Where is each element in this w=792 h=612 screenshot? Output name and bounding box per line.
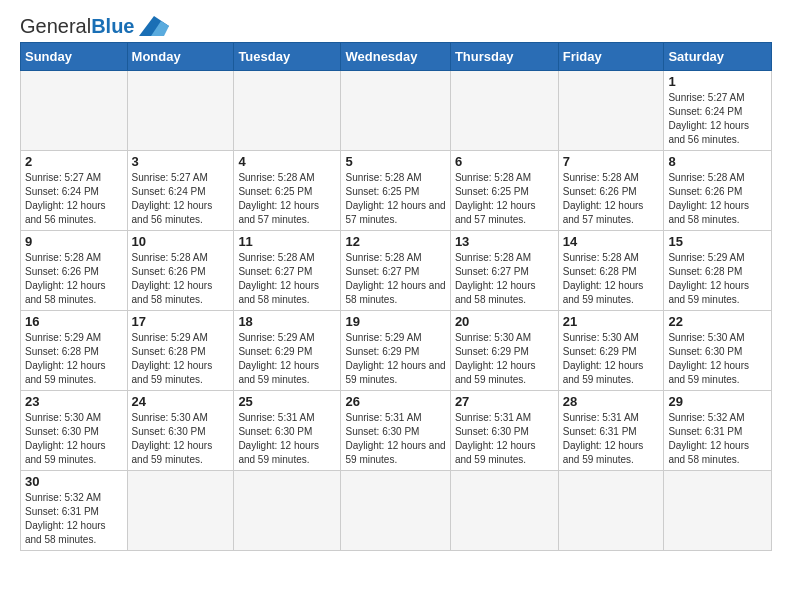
day-info: Sunrise: 5:28 AM Sunset: 6:27 PM Dayligh…	[345, 251, 445, 307]
day-cell	[341, 471, 450, 551]
day-cell: 26Sunrise: 5:31 AM Sunset: 6:30 PM Dayli…	[341, 391, 450, 471]
day-number: 2	[25, 154, 123, 169]
day-cell	[127, 71, 234, 151]
day-info: Sunrise: 5:31 AM Sunset: 6:30 PM Dayligh…	[238, 411, 336, 467]
day-number: 15	[668, 234, 767, 249]
day-info: Sunrise: 5:27 AM Sunset: 6:24 PM Dayligh…	[668, 91, 767, 147]
day-cell: 6Sunrise: 5:28 AM Sunset: 6:25 PM Daylig…	[450, 151, 558, 231]
week-row-2: 9Sunrise: 5:28 AM Sunset: 6:26 PM Daylig…	[21, 231, 772, 311]
day-number: 12	[345, 234, 445, 249]
header-saturday: Saturday	[664, 43, 772, 71]
day-number: 27	[455, 394, 554, 409]
header-sunday: Sunday	[21, 43, 128, 71]
day-info: Sunrise: 5:28 AM Sunset: 6:27 PM Dayligh…	[455, 251, 554, 307]
day-info: Sunrise: 5:28 AM Sunset: 6:25 PM Dayligh…	[455, 171, 554, 227]
day-number: 19	[345, 314, 445, 329]
day-cell: 18Sunrise: 5:29 AM Sunset: 6:29 PM Dayli…	[234, 311, 341, 391]
day-cell: 10Sunrise: 5:28 AM Sunset: 6:26 PM Dayli…	[127, 231, 234, 311]
day-info: Sunrise: 5:29 AM Sunset: 6:28 PM Dayligh…	[25, 331, 123, 387]
day-cell: 27Sunrise: 5:31 AM Sunset: 6:30 PM Dayli…	[450, 391, 558, 471]
day-cell	[450, 471, 558, 551]
day-number: 4	[238, 154, 336, 169]
header: GeneralBlue	[20, 16, 772, 36]
day-cell	[234, 71, 341, 151]
day-cell: 9Sunrise: 5:28 AM Sunset: 6:26 PM Daylig…	[21, 231, 128, 311]
day-cell: 30Sunrise: 5:32 AM Sunset: 6:31 PM Dayli…	[21, 471, 128, 551]
day-cell	[21, 71, 128, 151]
day-cell: 29Sunrise: 5:32 AM Sunset: 6:31 PM Dayli…	[664, 391, 772, 471]
day-cell: 16Sunrise: 5:29 AM Sunset: 6:28 PM Dayli…	[21, 311, 128, 391]
day-info: Sunrise: 5:30 AM Sunset: 6:29 PM Dayligh…	[455, 331, 554, 387]
day-cell: 4Sunrise: 5:28 AM Sunset: 6:25 PM Daylig…	[234, 151, 341, 231]
header-thursday: Thursday	[450, 43, 558, 71]
day-number: 13	[455, 234, 554, 249]
day-number: 1	[668, 74, 767, 89]
day-info: Sunrise: 5:29 AM Sunset: 6:28 PM Dayligh…	[668, 251, 767, 307]
day-cell: 13Sunrise: 5:28 AM Sunset: 6:27 PM Dayli…	[450, 231, 558, 311]
day-cell: 8Sunrise: 5:28 AM Sunset: 6:26 PM Daylig…	[664, 151, 772, 231]
day-number: 5	[345, 154, 445, 169]
day-info: Sunrise: 5:27 AM Sunset: 6:24 PM Dayligh…	[132, 171, 230, 227]
day-cell	[558, 71, 664, 151]
day-cell	[341, 71, 450, 151]
day-cell	[664, 471, 772, 551]
day-number: 9	[25, 234, 123, 249]
day-info: Sunrise: 5:31 AM Sunset: 6:30 PM Dayligh…	[455, 411, 554, 467]
day-cell: 12Sunrise: 5:28 AM Sunset: 6:27 PM Dayli…	[341, 231, 450, 311]
day-cell: 5Sunrise: 5:28 AM Sunset: 6:25 PM Daylig…	[341, 151, 450, 231]
day-info: Sunrise: 5:30 AM Sunset: 6:30 PM Dayligh…	[25, 411, 123, 467]
day-number: 17	[132, 314, 230, 329]
logo-blue: Blue	[91, 15, 134, 37]
day-info: Sunrise: 5:32 AM Sunset: 6:31 PM Dayligh…	[25, 491, 123, 547]
day-cell: 23Sunrise: 5:30 AM Sunset: 6:30 PM Dayli…	[21, 391, 128, 471]
header-monday: Monday	[127, 43, 234, 71]
day-cell: 14Sunrise: 5:28 AM Sunset: 6:28 PM Dayli…	[558, 231, 664, 311]
day-number: 6	[455, 154, 554, 169]
week-row-3: 16Sunrise: 5:29 AM Sunset: 6:28 PM Dayli…	[21, 311, 772, 391]
header-friday: Friday	[558, 43, 664, 71]
header-tuesday: Tuesday	[234, 43, 341, 71]
day-cell: 2Sunrise: 5:27 AM Sunset: 6:24 PM Daylig…	[21, 151, 128, 231]
day-number: 8	[668, 154, 767, 169]
logo-general: General	[20, 15, 91, 37]
week-row-1: 2Sunrise: 5:27 AM Sunset: 6:24 PM Daylig…	[21, 151, 772, 231]
day-info: Sunrise: 5:30 AM Sunset: 6:30 PM Dayligh…	[132, 411, 230, 467]
day-cell: 22Sunrise: 5:30 AM Sunset: 6:30 PM Dayli…	[664, 311, 772, 391]
day-info: Sunrise: 5:28 AM Sunset: 6:27 PM Dayligh…	[238, 251, 336, 307]
day-cell	[450, 71, 558, 151]
day-cell: 15Sunrise: 5:29 AM Sunset: 6:28 PM Dayli…	[664, 231, 772, 311]
header-wednesday: Wednesday	[341, 43, 450, 71]
day-cell	[558, 471, 664, 551]
day-cell: 25Sunrise: 5:31 AM Sunset: 6:30 PM Dayli…	[234, 391, 341, 471]
day-info: Sunrise: 5:28 AM Sunset: 6:28 PM Dayligh…	[563, 251, 660, 307]
day-cell: 28Sunrise: 5:31 AM Sunset: 6:31 PM Dayli…	[558, 391, 664, 471]
day-number: 22	[668, 314, 767, 329]
day-number: 28	[563, 394, 660, 409]
day-info: Sunrise: 5:28 AM Sunset: 6:26 PM Dayligh…	[132, 251, 230, 307]
day-number: 18	[238, 314, 336, 329]
day-info: Sunrise: 5:27 AM Sunset: 6:24 PM Dayligh…	[25, 171, 123, 227]
day-number: 7	[563, 154, 660, 169]
day-number: 30	[25, 474, 123, 489]
day-info: Sunrise: 5:29 AM Sunset: 6:29 PM Dayligh…	[345, 331, 445, 387]
day-cell	[234, 471, 341, 551]
day-info: Sunrise: 5:28 AM Sunset: 6:26 PM Dayligh…	[25, 251, 123, 307]
logo-icon	[139, 16, 169, 36]
day-number: 24	[132, 394, 230, 409]
day-number: 26	[345, 394, 445, 409]
day-info: Sunrise: 5:31 AM Sunset: 6:30 PM Dayligh…	[345, 411, 445, 467]
calendar-header-row: SundayMondayTuesdayWednesdayThursdayFrid…	[21, 43, 772, 71]
day-info: Sunrise: 5:30 AM Sunset: 6:30 PM Dayligh…	[668, 331, 767, 387]
day-number: 29	[668, 394, 767, 409]
day-number: 10	[132, 234, 230, 249]
calendar-table: SundayMondayTuesdayWednesdayThursdayFrid…	[20, 42, 772, 551]
day-info: Sunrise: 5:28 AM Sunset: 6:26 PM Dayligh…	[563, 171, 660, 227]
day-number: 14	[563, 234, 660, 249]
day-cell: 11Sunrise: 5:28 AM Sunset: 6:27 PM Dayli…	[234, 231, 341, 311]
day-info: Sunrise: 5:28 AM Sunset: 6:26 PM Dayligh…	[668, 171, 767, 227]
day-number: 23	[25, 394, 123, 409]
day-number: 16	[25, 314, 123, 329]
day-cell: 3Sunrise: 5:27 AM Sunset: 6:24 PM Daylig…	[127, 151, 234, 231]
day-cell: 20Sunrise: 5:30 AM Sunset: 6:29 PM Dayli…	[450, 311, 558, 391]
week-row-5: 30Sunrise: 5:32 AM Sunset: 6:31 PM Dayli…	[21, 471, 772, 551]
